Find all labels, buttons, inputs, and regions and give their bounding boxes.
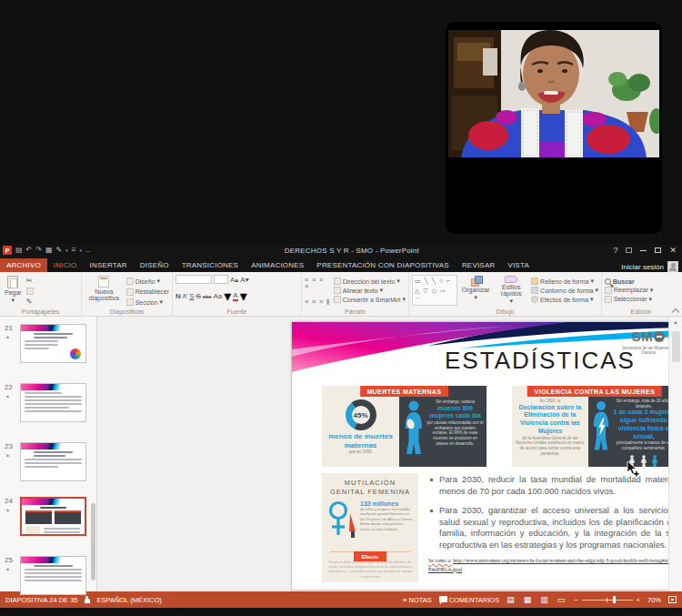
zoom-percentage[interactable]: 70%	[647, 596, 661, 604]
strikethrough-button[interactable]: S	[196, 292, 200, 300]
minimize-button[interactable]	[640, 250, 647, 251]
cut-button[interactable]: ✂	[26, 277, 34, 285]
grow-font-button[interactable]: A▴	[230, 276, 238, 284]
scrollbar-thumb[interactable]	[672, 331, 680, 362]
save-icon[interactable]: ▤	[15, 247, 23, 254]
knife-icon	[349, 513, 356, 531]
tab-revisar[interactable]: REVISAR	[456, 258, 502, 272]
align-text-button[interactable]: Alinear texto▾	[334, 287, 406, 294]
tab-presentacion[interactable]: PRESENTACIÓN CON DIAPOSITIVAS	[310, 258, 456, 272]
shapes-gallery[interactable]: ▭ ╲ ╲ ○ ⌐ △ ▽ ◇ ⇨ ⌒ ☆ { } ✎	[412, 275, 457, 306]
new-slide-button[interactable]: Nueva diapositiva	[85, 275, 124, 306]
paste-button[interactable]: Pegar ▾	[3, 275, 24, 306]
comment-icon	[439, 596, 447, 602]
text-direction-button[interactable]: Dirección del texto▾	[334, 278, 406, 285]
violence-left-bold: Declaración sobre la Eliminación de la V…	[515, 404, 586, 436]
pen-mode-icon[interactable]: ✎	[56, 247, 63, 254]
redo-icon[interactable]: ↷	[35, 247, 42, 254]
section-button[interactable]: Sección▾	[126, 298, 169, 306]
slide-thumbnail-panel: 21 ✶ 22 ✶	[0, 317, 97, 591]
slide-24[interactable]: ESTADÍSTICAS SM Secretaría de las Mujere…	[291, 321, 682, 591]
powerpoint-icon[interactable]: P	[3, 246, 12, 255]
comments-toggle[interactable]: COMENTARIOS	[439, 596, 499, 604]
dropdown-icon[interactable]: ▾	[79, 247, 82, 253]
quick-styles-button[interactable]: Estilos rápidos ▾	[495, 275, 529, 306]
help-button[interactable]: ?	[613, 247, 617, 255]
shape-outline-button[interactable]: Contorno de forma▾	[531, 287, 598, 294]
format-painter-button[interactable]: ✎	[26, 298, 34, 306]
reset-button[interactable]: Restablecer	[126, 288, 169, 296]
tab-vista[interactable]: VISTA	[501, 258, 536, 272]
group-label-paragraph: Párrafo	[302, 308, 408, 315]
slide-number: 25	[5, 556, 13, 564]
source-url[interactable]: http://www.unwomen.org/en/news/in-focus/…	[428, 558, 679, 572]
view-slideshow-button[interactable]: ▭	[557, 595, 567, 604]
font-name-input[interactable]	[176, 275, 212, 284]
bold-button[interactable]: N	[176, 292, 181, 300]
thumbnail-21[interactable]: 21 ✶	[0, 324, 96, 366]
thumbnail-24-selected[interactable]: 24 ✶	[0, 497, 96, 542]
tab-diseno[interactable]: DISEÑO	[134, 258, 176, 272]
font-color-button[interactable]: A	[233, 292, 237, 301]
collapse-ribbon-button[interactable]	[673, 308, 678, 313]
arrange-button[interactable]: Organizar ▾	[460, 275, 492, 306]
accessibility-icon[interactable]	[84, 596, 90, 604]
find-button[interactable]: Buscar	[605, 278, 635, 285]
restore-button[interactable]	[655, 247, 661, 253]
view-sorter-button[interactable]: ▦	[524, 595, 534, 604]
bullets-numbering-icons[interactable]: ≡ ≡ ≡ ≡	[305, 277, 331, 289]
list-icon[interactable]: ≡	[72, 247, 76, 254]
slide-number: 22	[5, 383, 13, 391]
tab-animaciones[interactable]: ANIMACIONES	[245, 258, 310, 272]
window-controls: ? ✕	[613, 247, 679, 255]
view-normal-button[interactable]: ▤	[506, 595, 517, 604]
italic-button[interactable]: K	[183, 292, 187, 300]
change-case-button[interactable]: Aa	[214, 292, 223, 300]
tab-insertar[interactable]: INSERTAR	[84, 258, 134, 272]
copy-button[interactable]	[26, 288, 34, 295]
zoom-out-button[interactable]: −	[574, 596, 577, 604]
font-size-input[interactable]	[214, 275, 228, 284]
thumbnail-25[interactable]: 25 ✶	[0, 556, 96, 592]
shrink-font-button[interactable]: A▾	[240, 276, 248, 284]
thumbnail-scrollbar[interactable]	[91, 503, 95, 581]
title-bar: P ▤ ↶ ↷ ▦ ✎▾ ≡▾ ‥ DERECHOS S Y R - SMO -…	[0, 244, 682, 257]
zoom-in-button[interactable]: +	[637, 596, 640, 604]
select-button[interactable]: Seleccionar▾	[605, 296, 652, 303]
zoom-slider[interactable]	[582, 600, 633, 601]
ribbon-options-button[interactable]	[626, 247, 632, 253]
thumbnail-23[interactable]: 23 ✶	[0, 442, 96, 484]
replace-button[interactable]: Reemplazar▾	[605, 287, 653, 294]
violence-card: VIOLENCIA CONTRA LAS MUJERES En 1993, la…	[512, 386, 677, 467]
thumbnail-22[interactable]: 22 ✶	[0, 383, 96, 425]
quick-access-toolbar: P ▤ ↶ ↷ ▦ ✎▾ ≡▾ ‥	[3, 246, 90, 255]
tab-transiciones[interactable]: TRANSICIONES	[176, 258, 245, 272]
fit-to-window-button[interactable]	[668, 596, 677, 603]
notes-toggle[interactable]: ≡ NOTAS	[403, 596, 432, 604]
undo-icon[interactable]: ↶	[26, 247, 33, 254]
scroll-up-icon[interactable]: ▲	[669, 317, 682, 325]
sign-in[interactable]: Iniciar sesión	[621, 261, 682, 272]
language-status[interactable]: ESPAÑOL (MÉXICO)	[96, 596, 161, 604]
underline-button[interactable]: S	[189, 292, 194, 300]
violence-header: VIOLENCIA CONTRA LAS MUJERES	[527, 386, 662, 397]
zoom-slider-thumb[interactable]	[613, 596, 616, 603]
dropdown-icon[interactable]: ▾	[65, 247, 68, 253]
fgm-card: MUTILACIÓN GENITAL FEMENINA 133 millones	[322, 473, 418, 582]
view-reading-button[interactable]: ▥	[540, 595, 550, 604]
shadow-button[interactable]: abc	[203, 294, 212, 299]
tab-archivo[interactable]: ARCHIVO	[0, 258, 47, 272]
user-avatar[interactable]	[667, 261, 678, 272]
tab-inicio[interactable]: INICIO	[47, 258, 84, 272]
start-slideshow-icon[interactable]: ▦	[45, 247, 53, 254]
close-button[interactable]: ✕	[669, 247, 677, 255]
webcam-overlay[interactable]	[446, 22, 662, 234]
smartart-button[interactable]: Convertir a SmartArt▾	[334, 296, 406, 303]
shape-effects-button[interactable]: Efectos de forma▾	[531, 296, 598, 303]
mouse-cursor	[627, 461, 640, 478]
vertical-scrollbar[interactable]: ▲	[668, 317, 682, 591]
layout-button[interactable]: Diseño▾	[126, 278, 169, 285]
alignment-icons[interactable]: ≡ ≡ ≡ ⫼	[305, 298, 331, 306]
shape-fill-button[interactable]: Relleno de forma▾	[531, 278, 598, 285]
thumb-graphic	[70, 348, 81, 359]
